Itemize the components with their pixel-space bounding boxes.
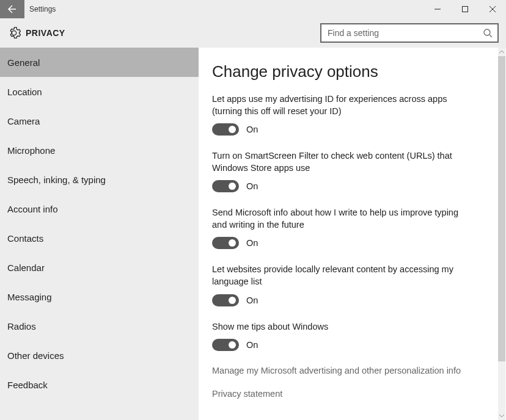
chevron-up-icon	[499, 49, 504, 54]
sidebar-item-label: General	[7, 57, 40, 68]
sidebar-item-label: Location	[7, 87, 42, 97]
page-title: PRIVACY	[26, 28, 65, 38]
titlebar: Settings	[0, 0, 506, 18]
scroll-down-button[interactable]	[498, 411, 505, 420]
sidebar-item-location[interactable]: Location	[0, 77, 199, 106]
sidebar-item-account-info[interactable]: Account info	[0, 194, 199, 223]
sidebar-item-label: Radios	[7, 321, 36, 331]
close-button[interactable]	[479, 0, 506, 18]
link-privacy-statement[interactable]: Privacy statement	[212, 389, 493, 399]
svg-rect-1	[462, 7, 468, 12]
toggle-knob-icon	[229, 126, 236, 133]
sidebar: General Location Camera Microphone Speec…	[0, 48, 199, 420]
content-heading: Change privacy options	[212, 62, 493, 81]
sidebar-item-label: Calendar	[7, 262, 45, 273]
toggle-state-label: On	[246, 340, 258, 350]
svg-point-4	[484, 29, 490, 35]
sidebar-item-label: Messaging	[7, 292, 52, 302]
setting-windows-tips: Show me tips about Windows On	[212, 321, 493, 352]
sidebar-item-other-devices[interactable]: Other devices	[0, 341, 199, 370]
sidebar-item-feedback[interactable]: Feedback	[0, 370, 199, 399]
toggle-smartscreen[interactable]	[212, 180, 239, 192]
toggle-advertising-id[interactable]	[212, 123, 239, 136]
setting-desc: Let apps use my advertising ID for exper…	[212, 93, 475, 117]
toggle-knob-icon	[229, 341, 236, 349]
minimize-icon	[435, 6, 441, 12]
toggle-state-label: On	[246, 125, 258, 134]
setting-desc: Show me tips about Windows	[212, 321, 475, 333]
sidebar-item-label: Contacts	[7, 233, 43, 244]
maximize-button[interactable]	[451, 0, 479, 18]
sidebar-item-label: Account info	[7, 204, 58, 214]
toggle-state-label: On	[246, 181, 258, 191]
sidebar-item-label: Microphone	[7, 145, 55, 156]
setting-language-list: Let websites provide locally relevant co…	[212, 264, 493, 306]
close-icon	[490, 6, 496, 12]
toggle-typing-info[interactable]	[212, 237, 239, 249]
sidebar-item-label: Camera	[7, 116, 40, 126]
sidebar-item-general[interactable]: General	[0, 48, 199, 77]
toggle-state-label: On	[246, 238, 258, 248]
setting-typing-info: Send Microsoft info about how I write to…	[212, 207, 493, 249]
toggle-windows-tips[interactable]	[212, 339, 239, 351]
sidebar-item-label: Speech, inking, & typing	[7, 175, 106, 185]
chevron-down-icon	[499, 413, 504, 418]
scrollbar[interactable]	[498, 48, 505, 420]
toggle-knob-icon	[229, 183, 236, 190]
sidebar-item-calendar[interactable]: Calendar	[0, 253, 199, 282]
back-button[interactable]	[0, 0, 24, 18]
link-manage-advertising[interactable]: Manage my Microsoft advertising and othe…	[212, 366, 493, 375]
sidebar-item-camera[interactable]: Camera	[0, 106, 199, 136]
back-arrow-icon	[7, 4, 17, 14]
toggle-knob-icon	[229, 297, 236, 304]
gear-icon	[7, 26, 21, 40]
setting-advertising-id: Let apps use my advertising ID for exper…	[212, 93, 493, 136]
sidebar-item-label: Feedback	[7, 380, 48, 390]
setting-desc: Let websites provide locally relevant co…	[212, 264, 475, 288]
sidebar-item-messaging[interactable]: Messaging	[0, 282, 199, 311]
sidebar-item-label: Other devices	[7, 350, 64, 361]
minimize-button[interactable]	[424, 0, 451, 18]
sidebar-item-radios[interactable]: Radios	[0, 311, 199, 341]
toggle-language-list[interactable]	[212, 294, 239, 306]
maximize-icon	[462, 6, 468, 12]
svg-line-5	[490, 35, 492, 37]
header: PRIVACY	[0, 18, 506, 48]
setting-desc: Send Microsoft info about how I write to…	[212, 207, 475, 231]
setting-smartscreen: Turn on SmartScreen Filter to check web …	[212, 150, 493, 192]
window-controls	[424, 0, 506, 18]
setting-desc: Turn on SmartScreen Filter to check web …	[212, 150, 475, 174]
toggle-state-label: On	[246, 295, 258, 305]
content: Change privacy options Let apps use my a…	[199, 48, 506, 420]
search-box[interactable]	[320, 23, 499, 43]
sidebar-item-contacts[interactable]: Contacts	[0, 223, 199, 253]
scroll-up-button[interactable]	[498, 48, 505, 56]
app-title: Settings	[24, 0, 424, 18]
sidebar-item-microphone[interactable]: Microphone	[0, 136, 199, 165]
toggle-knob-icon	[229, 239, 236, 247]
search-icon	[483, 28, 493, 38]
scroll-thumb[interactable]	[498, 56, 505, 361]
search-input[interactable]	[328, 28, 483, 38]
sidebar-item-speech-inking-typing[interactable]: Speech, inking, & typing	[0, 165, 199, 194]
